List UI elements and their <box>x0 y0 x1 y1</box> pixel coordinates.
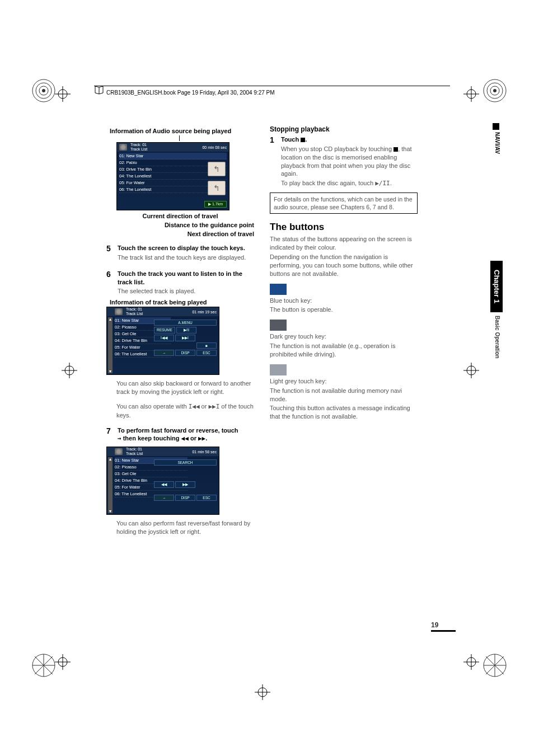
swatch-light-grey <box>270 364 287 375</box>
step-text: When you stop CD playback by touching , … <box>281 145 418 178</box>
stop-button[interactable]: ■ <box>196 342 217 349</box>
esc-button[interactable]: ESC <box>196 350 217 356</box>
page-number: 19 <box>431 621 456 632</box>
track-time: 01 min 58 sec <box>192 450 217 454</box>
corner-radial-icon <box>483 653 507 678</box>
distance-badge: ▶ 1.7km <box>204 201 227 208</box>
next-track-button[interactable]: ▶▶I <box>175 335 195 341</box>
svg-point-24 <box>42 89 45 92</box>
cd-icon <box>119 144 127 151</box>
registration-mark-icon <box>255 684 270 700</box>
step-text: The track list and the touch keys are di… <box>118 253 254 262</box>
screenshot-audio-nav: Track: 01Track List 00 min 08 sec 01: Ne… <box>116 142 229 210</box>
swatch-label: Blue touch key: <box>270 297 418 305</box>
step-title: Touch the track you want to listen to in… <box>118 270 254 287</box>
caption-track-info: Information of track being played <box>110 299 254 306</box>
header-rule <box>94 86 450 86</box>
arrow-button[interactable]: → <box>154 350 174 356</box>
corner-radial-icon <box>31 653 56 678</box>
body-text: The status of the buttons appearing on t… <box>270 235 418 252</box>
disp-button[interactable]: DISP <box>175 350 195 356</box>
step-number: 6 <box>106 270 113 297</box>
registration-mark-icon <box>55 654 71 670</box>
swatch-desc: Touching this button activates a message… <box>270 404 418 421</box>
fast-forward-button[interactable]: ▶▶ <box>175 481 195 488</box>
rewind-icon: ◀◀ <box>181 435 189 442</box>
step-text: To play back the disc again, touch ▶/II. <box>281 179 418 188</box>
cd-icon <box>115 448 123 455</box>
stop-icon <box>394 147 398 152</box>
track-time: 00 min 08 sec <box>202 145 227 149</box>
caption-current-direction: Current direction of travel <box>106 213 254 219</box>
turn-arrow-icon: ↰ <box>208 162 226 176</box>
resume-button[interactable]: RESUME <box>154 327 175 334</box>
registration-mark-icon <box>62 363 77 378</box>
track-time: 01 min 19 sec <box>192 310 217 314</box>
turn-arrow-icon: ↰ <box>208 181 226 195</box>
scrollbar[interactable]: ▲▼ <box>108 317 113 373</box>
side-tab-navav: NAVI/AV <box>494 132 500 154</box>
screenshot-track-playback: ▲▼ Track: 01Track List 01 min 19 sec 01:… <box>106 307 219 375</box>
disp-button[interactable]: DISP <box>175 495 195 501</box>
step-text: You can also perform fast reverse/fast f… <box>106 519 254 536</box>
cd-icon <box>115 308 123 315</box>
prev-track-button[interactable]: I◀◀ <box>154 335 174 341</box>
step-text: The selected track is played. <box>118 287 254 295</box>
header-filename: CRB1903B_ENGLISH.book Page 19 Friday, Ap… <box>106 90 275 96</box>
arrow-button[interactable]: → <box>154 495 174 501</box>
prev-track-icon: I◀◀ <box>189 403 200 410</box>
next-track-icon: ▶▶I <box>208 403 219 410</box>
book-icon <box>94 85 104 95</box>
registration-mark-icon <box>55 86 71 102</box>
body-text: Depending on the function the navigation… <box>270 253 418 278</box>
play-pause-button[interactable]: ▶/II <box>176 327 196 334</box>
registration-mark-icon <box>463 654 479 670</box>
esc-button[interactable]: ESC <box>196 495 217 501</box>
rewind-button[interactable]: ◀◀ <box>154 481 174 488</box>
menu-button[interactable]: A.MENU <box>154 320 217 326</box>
registration-mark-icon <box>463 363 479 378</box>
track-list-label: Track List <box>130 147 147 151</box>
step-number: 1 <box>270 135 277 189</box>
fast-forward-icon: ▶▶ <box>198 435 205 442</box>
side-tab-section: Basic Operation <box>494 316 500 359</box>
arrow-icon: → <box>118 435 121 442</box>
side-tab-chapter: Chapter 1 <box>490 261 503 312</box>
swatch-desc: The function is not available (e.g., ope… <box>270 342 418 359</box>
registration-mark-icon <box>463 86 479 102</box>
play-pause-icon: ▶/II <box>375 180 390 187</box>
caption-next-direction: Next direction of travel <box>106 231 254 237</box>
corner-radial-icon <box>483 78 507 103</box>
search-button[interactable]: SEARCH <box>154 459 217 466</box>
scrollbar[interactable]: ▲▼ <box>108 457 113 513</box>
swatch-desc: The button is operable. <box>270 306 418 314</box>
swatch-label: Dark grey touch key: <box>270 332 418 341</box>
track-header: Track: 01 <box>130 143 147 147</box>
step-text: You can also skip backward or forward to… <box>106 379 254 396</box>
step-title: Touch . <box>281 135 418 144</box>
heading-stopping-playback: Stopping playback <box>270 125 418 133</box>
step-number: 5 <box>106 244 113 263</box>
step-title: Touch the screen to display the touch ke… <box>118 244 254 252</box>
svg-point-28 <box>493 89 496 92</box>
swatch-dark-grey <box>270 320 287 331</box>
swatch-label: Light grey touch key: <box>270 377 418 386</box>
note-box: For details on the functions, which can … <box>270 192 418 214</box>
leader-line <box>179 135 254 141</box>
caption-distance-guidance: Distance to the guidance point <box>106 222 254 228</box>
corner-radial-icon <box>31 78 56 103</box>
step-title: To perform fast forward or reverse, touc… <box>118 426 254 444</box>
heading-the-buttons: The buttons <box>270 222 418 233</box>
swatch-desc: The function is not available during mem… <box>270 387 418 403</box>
step-text: You can also operate with I◀◀ or ▶▶I of … <box>106 402 254 420</box>
track-row[interactable]: 01: New Star <box>119 153 227 159</box>
swatch-blue <box>270 284 287 295</box>
caption-audio-info: Information of Audio source being played <box>110 128 254 134</box>
screenshot-fast-forward: ▲▼ Track: 01Track List 01 min 58 sec 01:… <box>106 447 219 515</box>
step-number: 7 <box>106 426 113 444</box>
